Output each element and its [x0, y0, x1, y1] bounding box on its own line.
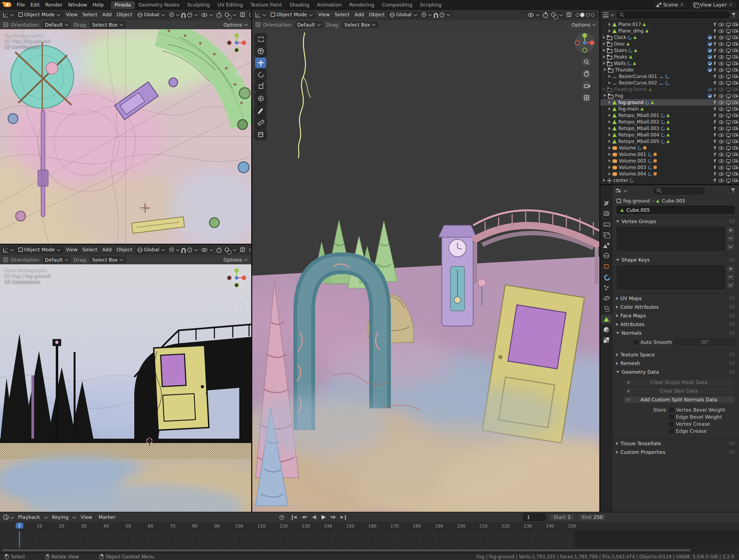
- current-frame-field[interactable]: 1: [523, 514, 546, 521]
- panel-header-vertex-groups[interactable]: Vertex Groups: [612, 217, 739, 225]
- editor-type-button[interactable]: [255, 11, 268, 18]
- disable-in-viewport-icon[interactable]: [726, 88, 731, 91]
- panel-header-color-attributes[interactable]: Color Attributes: [612, 303, 739, 311]
- disable-in-viewport-icon[interactable]: [726, 172, 731, 176]
- disable-in-viewport-icon[interactable]: [726, 23, 731, 26]
- exclude-checkbox[interactable]: [708, 48, 712, 52]
- viewport-menu-add[interactable]: Add: [100, 11, 114, 18]
- workspace-tab-pineda[interactable]: Pineda: [111, 1, 135, 9]
- visibility-dropdown[interactable]: [527, 12, 541, 17]
- outliner-row-retopo-mball-003[interactable]: Retopo_Mball.003: [600, 125, 739, 132]
- expand-arrow-icon[interactable]: [603, 69, 606, 71]
- properties-tab-scene[interactable]: [601, 241, 611, 250]
- properties-tab-constraints[interactable]: [601, 304, 611, 313]
- selectability-icon[interactable]: [713, 172, 717, 176]
- selectability-icon[interactable]: [713, 87, 717, 92]
- properties-tab-world[interactable]: [601, 251, 611, 260]
- proportional-dropdown[interactable]: [186, 247, 200, 253]
- vertex-groups-list[interactable]: [617, 227, 725, 251]
- outliner-row-beziercurve-001[interactable]: BezierCurve.001: [600, 73, 739, 80]
- timeline-menu-keying[interactable]: Keying: [49, 514, 71, 521]
- visibility-dropdown[interactable]: [200, 247, 215, 252]
- timeline-editor-icon[interactable]: [3, 515, 9, 520]
- hide-eye-icon[interactable]: [718, 178, 724, 182]
- panel-header-shape-keys[interactable]: Shape Keys: [612, 256, 739, 264]
- disable-in-render-icon[interactable]: [733, 159, 737, 163]
- properties-search-input[interactable]: [654, 187, 705, 194]
- expand-arrow-icon[interactable]: [608, 107, 611, 111]
- selectability-icon[interactable]: [713, 48, 717, 52]
- selectability-icon[interactable]: [713, 139, 717, 144]
- outliner-row-fog-main[interactable]: fog-main: [600, 106, 739, 112]
- disable-in-render-icon[interactable]: [733, 140, 737, 143]
- properties-editor-icon[interactable]: [616, 188, 621, 193]
- snapping-dropdown[interactable]: [168, 12, 181, 18]
- disable-in-render-icon[interactable]: [733, 153, 737, 156]
- selectability-icon[interactable]: [713, 22, 717, 26]
- workspace-tab-texture-paint[interactable]: Texture Paint: [247, 1, 286, 9]
- vertex-crease-checkbox[interactable]: [669, 422, 673, 426]
- outliner-row-volume-004[interactable]: Volume.004: [600, 171, 739, 177]
- viewport-menu-view[interactable]: View: [316, 11, 332, 18]
- tool-add-cube-button[interactable]: [255, 129, 266, 140]
- outliner-row-beziercurve-002[interactable]: BezierCurve.002: [600, 80, 739, 86]
- view-layer-selector[interactable]: View Layer ×: [691, 1, 736, 8]
- properties-tab-view-layer[interactable]: [601, 230, 611, 239]
- hand-button[interactable]: [234, 304, 243, 313]
- grid-button[interactable]: [582, 93, 591, 102]
- active-tool-icon[interactable]: [3, 257, 8, 262]
- disable-in-render-icon[interactable]: [733, 42, 737, 46]
- hide-eye-icon[interactable]: [718, 42, 724, 46]
- menubar-item-window[interactable]: Window: [65, 1, 90, 8]
- outliner-row-retopo-mball-005[interactable]: Retopo_Mball.005: [600, 138, 739, 145]
- next-keyframe-button[interactable]: [329, 514, 338, 521]
- snapping-dropdown[interactable]: [421, 12, 433, 18]
- active-tool-icon[interactable]: [256, 22, 260, 27]
- filter-icon[interactable]: [731, 12, 736, 17]
- scene-selector[interactable]: Scene ×: [653, 1, 687, 8]
- outliner-row-volume-003[interactable]: Volume.003: [600, 164, 739, 171]
- disable-in-render-icon[interactable]: [733, 127, 737, 130]
- viewport-canvas-top[interactable]: Top Orthographic(1) Fog | fog-ground10 C…: [0, 29, 251, 244]
- shading-rendered-icon[interactable]: [591, 13, 594, 16]
- remove-item-button[interactable]: −: [727, 274, 735, 281]
- editor-type-button[interactable]: [2, 247, 15, 253]
- disable-in-render-icon[interactable]: [733, 120, 737, 124]
- panel-header-attributes[interactable]: Attributes: [612, 320, 739, 328]
- vertex-bevel-weight-checkbox[interactable]: [669, 408, 673, 412]
- hide-eye-icon[interactable]: [718, 172, 724, 176]
- viewport-menu-object[interactable]: Object: [115, 11, 135, 18]
- expand-arrow-icon[interactable]: [608, 120, 611, 124]
- shape-keys-list[interactable]: [617, 265, 725, 289]
- play-reverse-button[interactable]: [309, 514, 319, 521]
- properties-tab-object-data[interactable]: [601, 314, 611, 323]
- clear-skin-data-button[interactable]: ×Clear Skin Data: [623, 387, 735, 395]
- disable-in-viewport-icon[interactable]: [726, 133, 731, 137]
- disable-in-viewport-icon[interactable]: [726, 94, 731, 98]
- disable-in-render-icon[interactable]: [733, 101, 737, 104]
- expand-arrow-icon[interactable]: [603, 179, 605, 182]
- expand-arrow-icon[interactable]: [603, 49, 605, 52]
- overlays-dropdown[interactable]: [550, 12, 564, 18]
- expand-arrow-icon[interactable]: [603, 42, 605, 45]
- selectability-icon[interactable]: [713, 42, 717, 46]
- selectability-icon[interactable]: [713, 152, 717, 156]
- edge-crease-checkbox[interactable]: [669, 429, 673, 433]
- selectability-icon[interactable]: [713, 165, 717, 169]
- snap-magnet-icon[interactable]: [182, 248, 186, 252]
- workspace-tab-rendering[interactable]: Rendering: [345, 1, 378, 9]
- hide-eye-icon[interactable]: [718, 101, 724, 104]
- tool-measure-button[interactable]: [255, 117, 266, 128]
- xray-toggle-icon[interactable]: [241, 248, 245, 252]
- gizmos-toggle-icon[interactable]: [217, 248, 222, 253]
- hide-eye-icon[interactable]: [718, 139, 724, 143]
- workspace-tab-animation[interactable]: Animation: [313, 1, 346, 9]
- disable-in-render-icon[interactable]: [733, 23, 737, 26]
- jump-end-button[interactable]: [339, 514, 348, 521]
- outliner-row-center[interactable]: center: [600, 177, 739, 183]
- disable-in-viewport-icon[interactable]: [726, 62, 731, 65]
- selectability-icon[interactable]: [713, 178, 717, 182]
- tool-move-button[interactable]: [255, 57, 266, 68]
- outliner-search-input[interactable]: [616, 11, 730, 18]
- exclude-checkbox[interactable]: [708, 35, 712, 39]
